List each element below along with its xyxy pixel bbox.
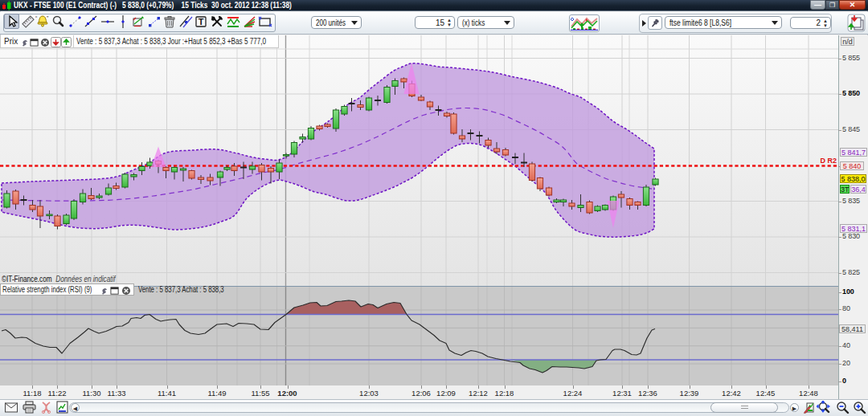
svg-text:T: T (199, 17, 204, 27)
svg-text:”: ” (47, 15, 49, 21)
svg-text:D R2: D R2 (820, 157, 837, 165)
svg-text:“: “ (35, 15, 38, 21)
